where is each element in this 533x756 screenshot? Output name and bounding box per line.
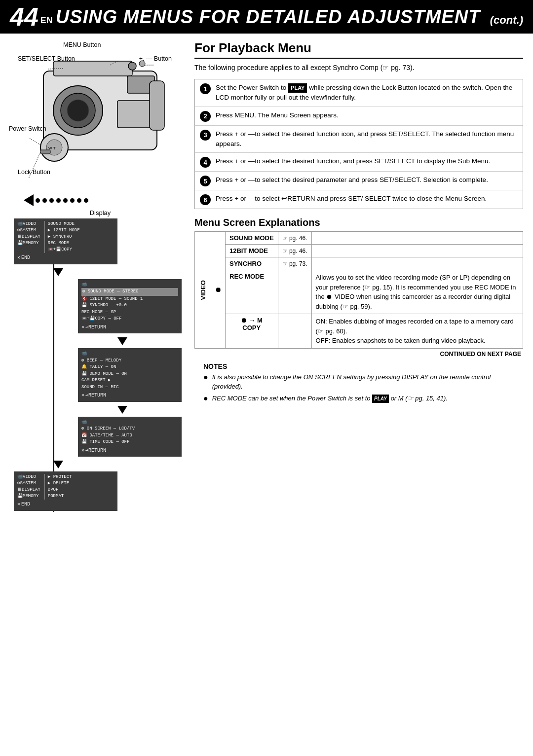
step-1: 1 Set the Power Switch to PLAY while pre… [195, 79, 523, 107]
camera-diagram-area: MENU Button SET/SELECT Button +, — Butto… [9, 41, 177, 189]
svg-point-4 [67, 100, 89, 121]
dot-5 [63, 198, 68, 203]
page-header: 44 EN USING MENUS FOR DETAILED ADJUSTMEN… [0, 0, 533, 34]
arrow-triangle-icon [24, 194, 34, 206]
desc-copy: ON: Enables dubbing of images recorded o… [311, 314, 523, 349]
play-badge-1: PLAY [288, 83, 307, 93]
desc-recmode: Allows you to set the video recording mo… [311, 270, 523, 314]
table-row-copy: ⏺ → MCOPY ON: Enables dubbing of images … [195, 314, 523, 349]
play-badge-note: PLAY [372, 395, 389, 403]
table-row-synchro: SYNCHRO ☞ pg. 73. [195, 257, 523, 270]
term-copy: ⏺ → MCOPY [226, 314, 278, 349]
step-5: 5 Press + or —to select the desired para… [195, 172, 523, 190]
table-row-sound-mode: VIDEO⏺ SOUND MODE ☞ pg. 46. [195, 232, 523, 245]
notes-section: NOTES ● It is also possible to change th… [194, 362, 523, 403]
step-4-number: 4 [200, 157, 211, 168]
page-en-label: EN [40, 15, 53, 26]
ref-recmode [278, 270, 311, 314]
menu-screen-1: 📹VIDEO ⚙SYSTEM 🖥DISPLAY 💾MEMORY SOUND MO… [14, 218, 117, 279]
down-arrow-4 [53, 459, 63, 470]
explanations-title: Menu Screen Explanations [194, 217, 523, 228]
step-4: 4 Press + or —to select the desired func… [195, 153, 523, 172]
left-column: MENU Button SET/SELECT Button +, — Butto… [0, 34, 188, 520]
power-switch-label: Power Switch [9, 125, 46, 132]
menu-screen-4: 📹 ⚙ ON SCREEN — LCD/TV 📅 DATE/TIME — AUT… [14, 417, 182, 472]
note-bullet-1: ● [203, 372, 208, 382]
dot-3 [49, 198, 54, 203]
svg-rect-6 [117, 101, 152, 128]
term-12bit: 12BIT MODE [226, 245, 278, 257]
svg-point-7 [128, 62, 136, 70]
down-arrow-1 [53, 266, 63, 278]
step-2-number: 2 [200, 111, 211, 122]
step-1-number: 1 [200, 83, 211, 94]
video-label-cell: VIDEO⏺ [195, 232, 226, 349]
ref-copy [278, 314, 311, 349]
menu-screens-group: 📹VIDEO ⚙SYSTEM 🖥DISPLAY 💾MEMORY SOUND MO… [9, 218, 182, 512]
menu-screen-3: 📹 ⚙ BEEP — MELODY 🔔 TALLY — ON 💾 DEMO MO… [14, 348, 182, 417]
svg-rect-1 [53, 61, 132, 76]
desc-sound-mode [311, 232, 523, 245]
term-sound-mode: SOUND MODE [226, 232, 278, 245]
svg-line-17 [29, 138, 40, 145]
svg-rect-9 [150, 81, 164, 130]
svg-rect-13 [40, 150, 50, 154]
dot-4 [56, 198, 61, 203]
right-column: For Playback Menu The following procedur… [188, 34, 533, 520]
menu-screen-5: 📹VIDEO ⚙SYSTEM 🖥DISPLAY 💾MEMORY ▶ PROTEC… [14, 471, 117, 512]
menu-button-label: MENU Button [63, 41, 101, 48]
step-1-text: Set the Power Switch to PLAY while press… [216, 83, 518, 103]
svg-point-8 [139, 61, 145, 67]
menu-screen-2: 📹 ⚙ SOUND MODE — STEREO 🔇 12BIT MODE — S… [14, 279, 182, 349]
step-6-number: 6 [200, 194, 211, 205]
camera-illustration: W T [29, 51, 172, 184]
note-text-1: It is also possible to change the ON SCR… [212, 372, 514, 392]
ref-synchro: ☞ pg. 73. [278, 257, 311, 270]
ref-sound-mode: ☞ pg. 46. [278, 232, 311, 245]
desc-12bit [311, 245, 523, 257]
down-arrow-2 [117, 335, 127, 347]
dot-6 [70, 198, 75, 203]
step-6: 6 Press + or —to select ↩RETURN and pres… [195, 190, 523, 209]
explanation-table: VIDEO⏺ SOUND MODE ☞ pg. 46. 12BIT MODE ☞… [194, 231, 523, 349]
note-item-2: ● REC MODE can be set when the Power Swi… [203, 394, 514, 403]
dots-line [36, 198, 88, 203]
step-4-text: Press + or —to select the desired functi… [216, 156, 518, 166]
page-title: USING MENUS FOR DETAILED ADJUSTMENT [56, 6, 490, 28]
display-label: Display [19, 209, 182, 216]
step-2-text: Press MENU. The Menu Screen appears. [216, 110, 518, 120]
table-row-12bit: 12BIT MODE ☞ pg. 46. [195, 245, 523, 257]
note-text-2: REC MODE can be set when the Power Switc… [212, 394, 448, 403]
step-6-text: Press + or —to select ↩RETURN and press … [216, 194, 518, 204]
dots-arrow [24, 194, 182, 206]
term-recmode: REC MODE [226, 270, 278, 314]
dot-2 [42, 198, 47, 203]
page-number: 44 [10, 4, 38, 30]
step-3: 3 Press + or —to select the desired func… [195, 126, 523, 153]
dot-8 [84, 198, 88, 203]
lock-button-label: Lock Button [18, 169, 50, 176]
playback-menu-title: For Playback Menu [194, 40, 523, 59]
step-2: 2 Press MENU. The Menu Screen appears. [195, 107, 523, 126]
desc-synchro [311, 257, 523, 270]
note-item-1: ● It is also possible to change the ON S… [203, 372, 514, 392]
step-3-text: Press + or —to select the desired functi… [216, 129, 518, 149]
main-content: MENU Button SET/SELECT Button +, — Butto… [0, 34, 533, 520]
continued-text: CONTINUED ON NEXT PAGE [194, 351, 523, 358]
steps-container: 1 Set the Power Switch to PLAY while pre… [194, 79, 523, 209]
step-5-text: Press + or —to select the desired parame… [216, 175, 518, 185]
notes-title: NOTES [203, 362, 514, 370]
playback-menu-intro: The following procedure applies to all e… [194, 63, 523, 73]
step-5-number: 5 [200, 176, 211, 186]
down-arrow-3 [117, 404, 127, 416]
page-title-cont: (cont.) [490, 14, 523, 27]
ref-12bit: ☞ pg. 46. [278, 245, 311, 257]
step-3-number: 3 [200, 130, 211, 141]
term-synchro: SYNCHRO [226, 257, 278, 270]
dot-7 [77, 198, 81, 203]
table-row-recmode: REC MODE Allows you to set the video rec… [195, 270, 523, 314]
note-bullet-2: ● [203, 394, 208, 403]
dot-1 [36, 198, 40, 203]
